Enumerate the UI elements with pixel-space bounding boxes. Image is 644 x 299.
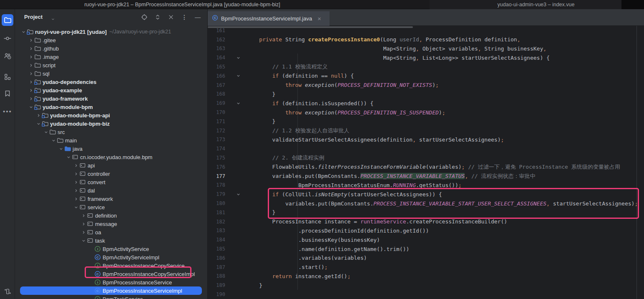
chevron-down-icon[interactable] [28, 104, 34, 110]
fold-chevron-down-icon[interactable] [228, 56, 246, 60]
line-number[interactable]: 167 [208, 82, 228, 88]
code-line-188[interactable]: 188 return instance.getId(); [208, 272, 644, 281]
locate-file-icon[interactable] [141, 13, 148, 21]
chevron-down-icon[interactable] [50, 137, 57, 144]
line-number[interactable]: 172 [208, 128, 228, 134]
chevron-down-icon[interactable] [35, 120, 42, 127]
chevron-down-icon[interactable] [80, 237, 87, 244]
fold-chevron-down-icon[interactable] [228, 192, 246, 197]
tree-item-task[interactable]: task [15, 236, 207, 245]
code-line-190[interactable]: 190 [208, 290, 644, 299]
tree-item-controller[interactable]: controller [15, 170, 207, 178]
line-number[interactable]: 182 [208, 219, 228, 225]
tree-item-service[interactable]: service [15, 203, 207, 211]
tree-item-definition[interactable]: definition [15, 211, 207, 220]
code-line-181[interactable]: 181 } [208, 208, 644, 217]
tree-item-yudao-framework[interactable]: yudao-framework [15, 94, 207, 103]
line-number[interactable]: 174 [208, 146, 228, 152]
line-number[interactable]: 175 [208, 155, 228, 161]
code-line-169[interactable]: 169 if (definition.isSuspended()) { [208, 99, 644, 108]
options-kebab-icon[interactable]: ⋮ [181, 13, 188, 21]
chevron-right-icon[interactable] [73, 170, 79, 177]
code-line-187[interactable]: 187 .start(); [208, 263, 644, 272]
line-number[interactable]: 161 [208, 28, 228, 33]
project-tool-button[interactable] [2, 14, 13, 26]
tree-item-yudao-module-bpm-biz[interactable]: yudao-module-bpm-biz [15, 119, 207, 128]
tree-item-ruoyi-vue-pro-jdk21-yudao-[interactable]: ruoyi-vue-pro-jdk21 [yudao]~/Java/ruoyi-… [15, 28, 207, 36]
tree-item-oa[interactable]: oa [15, 228, 207, 236]
line-number[interactable]: 188 [208, 273, 228, 279]
chevron-down-icon[interactable] [51, 15, 55, 23]
code-line-178[interactable]: 178 BpmProcessInstanceStatusEnum.RUNNING… [208, 181, 644, 190]
chevron-right-icon[interactable] [28, 45, 34, 52]
pull-requests-tool-button[interactable]: ? [2, 50, 13, 62]
code-line-175[interactable]: 175 // 2. 创建流程实例 [208, 153, 644, 162]
chevron-right-icon[interactable] [35, 112, 42, 119]
line-number[interactable]: 178 [208, 182, 228, 188]
chevron-down-icon[interactable] [58, 145, 64, 152]
bookmarks-tool-button[interactable] [2, 88, 13, 99]
chevron-right-icon[interactable] [28, 95, 34, 102]
hide-panel-icon[interactable]: — [194, 13, 201, 21]
line-number[interactable]: 162 [208, 37, 228, 43]
expand-all-icon[interactable] [154, 13, 161, 21]
tree-item-.gitee[interactable]: .gitee [15, 36, 207, 44]
chevron-right-icon[interactable] [80, 229, 87, 236]
tree-item-BpmProcessInstanceServiceImpl[interactable]: CBpmProcessInstanceServiceImpl [15, 286, 207, 295]
line-number[interactable]: 187 [208, 264, 228, 270]
code-line-182[interactable]: 182 ProcessInstance instance = runtimeSe… [208, 217, 644, 226]
tree-item-yudao-example[interactable]: yudao-example [15, 86, 207, 94]
tree-item-message[interactable]: message [15, 220, 207, 228]
line-number[interactable]: 189 [208, 282, 228, 288]
chevron-right-icon[interactable] [28, 53, 34, 60]
line-number[interactable]: 183 [208, 228, 228, 233]
tree-item-cn.iocoder.yudao.module.bpm[interactable]: cn.iocoder.yudao.module.bpm [15, 153, 207, 161]
chevron-right-icon[interactable] [28, 62, 34, 68]
tree-item-BpmTaskService[interactable]: IBpmTaskService [15, 295, 207, 299]
code-line-189[interactable]: 189 } [208, 281, 644, 290]
code-line-162[interactable]: 162 private String createProcessInstance… [208, 35, 644, 44]
chevron-right-icon[interactable] [80, 220, 87, 227]
tree-item-BpmProcessInstanceService[interactable]: IBpmProcessInstanceService [15, 278, 207, 286]
chevron-down-icon[interactable] [20, 28, 27, 35]
line-number[interactable]: 165 [208, 64, 228, 70]
line-number[interactable]: 168 [208, 91, 228, 97]
line-number[interactable]: 185 [208, 246, 228, 252]
tree-item-java[interactable]: java [15, 144, 207, 153]
code-line-168[interactable]: 168 } [208, 90, 644, 99]
close-icon[interactable]: × [317, 15, 321, 22]
chevron-right-icon[interactable] [28, 79, 34, 85]
chevron-right-icon[interactable] [28, 70, 34, 77]
tree-item-sql[interactable]: sql [15, 69, 207, 78]
tree-item-BpmActivityService[interactable]: IBpmActivityService [15, 245, 207, 253]
tab-BpmProcessInstanceServiceImpl[interactable]: C BpmProcessInstanceServiceImpl.java × [208, 11, 330, 26]
chevron-right-icon[interactable] [73, 179, 79, 185]
collapse-all-icon[interactable] [167, 13, 175, 21]
line-number[interactable]: 190 [208, 291, 228, 297]
structure-tool-button[interactable] [2, 71, 13, 83]
line-number[interactable]: 180 [208, 200, 228, 206]
chevron-right-icon[interactable] [28, 87, 34, 94]
tree-item-api[interactable]: api [15, 161, 207, 170]
fold-chevron-down-icon[interactable] [228, 73, 246, 78]
code-line-164[interactable]: 164 Map<String, List<Long>> startUserSel… [208, 53, 644, 62]
line-number[interactable]: 176 [208, 164, 228, 170]
tree-item-yudao-module-bpm[interactable]: yudao-module-bpm [15, 103, 207, 111]
code-line-186[interactable]: 186 .variables(variables) [208, 253, 644, 263]
code-line-183[interactable]: 183 .processDefinitionId(definition.getI… [208, 226, 644, 236]
code-line-177[interactable]: 177 variables.put(BpmConstants.PROCESS_I… [208, 172, 644, 181]
line-number[interactable]: 163 [208, 46, 228, 51]
chevron-right-icon[interactable] [28, 37, 34, 43]
line-number[interactable]: 169 [208, 100, 228, 106]
tree-item-yudao-module-bpm-api[interactable]: yudao-module-bpm-api [15, 111, 207, 119]
line-number[interactable]: 171 [208, 119, 228, 124]
fold-chevron-down-icon[interactable] [228, 101, 246, 106]
code-line-167[interactable]: 167 throw exception(PROCESS_DEFINITION_N… [208, 81, 644, 90]
tree-item-convert[interactable]: convert [15, 178, 207, 186]
tree-item-yudao-dependencies[interactable]: yudao-dependencies [15, 78, 207, 86]
code-line-170[interactable]: 170 throw exception(PROCESS_DEFINITION_I… [208, 108, 644, 117]
chevron-down-icon[interactable] [73, 204, 79, 210]
bottom-tool-windows-button[interactable] [2, 286, 13, 297]
tree-item-dal[interactable]: dal [15, 186, 207, 195]
tree-item-main[interactable]: main [15, 136, 207, 144]
